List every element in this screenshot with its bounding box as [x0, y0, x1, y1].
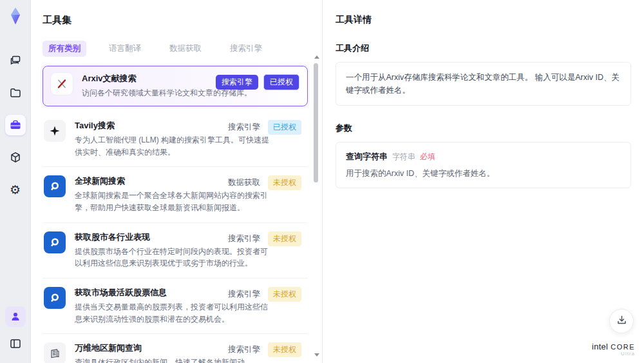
panel-toggle-icon: [9, 337, 22, 350]
sidebar-nav: ⚙: [5, 50, 26, 200]
gear-icon: ⚙: [10, 184, 21, 196]
tool-intro-text: 一个用于从Arxiv存储库搜索科学论文和文章的工具。 输入可以是Arxiv ID…: [336, 62, 631, 106]
core-wordmark: CORE: [611, 343, 635, 351]
sidebar-item-chat[interactable]: [5, 50, 26, 71]
search-logo-icon: [44, 287, 66, 309]
tool-description: 提供当天交易量最高的股票列表，投资者可以利用这些信息来识别流动性强的股票和潜在的…: [75, 301, 271, 325]
scrollbar-thumb[interactable]: [314, 63, 318, 182]
search-logo-icon: [44, 175, 66, 197]
param-description: 用于搜索的Arxiv ID、关键字或作者姓名。: [346, 168, 621, 179]
status-badge: 未授权: [268, 231, 301, 246]
tab-search-engine[interactable]: 搜索引擎: [224, 41, 268, 57]
tool-row-global-news[interactable]: 全球新闻搜索 全球新闻搜索是一个聚合全球各大新闻网站内容的搜索引擎，帮助用户快速…: [43, 167, 308, 222]
tab-language-translation[interactable]: 语言翻译: [103, 41, 147, 57]
category-label: 搜索引擎: [228, 289, 260, 300]
category-label: 搜索引擎: [228, 233, 260, 244]
sidebar-item-account[interactable]: [5, 306, 26, 327]
tool-description: 查询具体行政区划内的新闻，快速了解各地新闻动: [75, 357, 271, 363]
tool-row-regional-news[interactable]: 万维地区新闻查询 查询具体行政区划内的新闻，快速了解各地新闻动 搜索引擎 未授权: [43, 334, 308, 363]
status-badge: 已授权: [263, 74, 299, 90]
app-window: ⚙: [0, 0, 644, 363]
app-logo-icon: [6, 6, 25, 26]
arxiv-chi-icon: [51, 73, 73, 95]
tool-detail-panel: 工具详情 工具介绍 一个用于从Arxiv存储库搜索科学论文和文章的工具。 输入可…: [322, 0, 644, 363]
param-type: 字符串: [392, 152, 415, 162]
status-badge: 未授权: [268, 342, 301, 357]
param-card: 查询字符串 字符串 必填 用于搜索的Arxiv ID、关键字或作者姓名。: [336, 142, 631, 188]
tool-list: Arxiv文献搜索 访问各个研究领域大量科学论文和文章的存储库。 搜索引擎 已授…: [43, 66, 308, 363]
download-icon: [616, 315, 627, 328]
search-logo-icon: [44, 231, 66, 253]
tab-all-categories[interactable]: 所有类别: [43, 41, 86, 57]
category-label: 搜索引擎: [228, 122, 260, 133]
tool-row-arxiv[interactable]: Arxiv文献搜索 访问各个研究领域大量科学论文和文章的存储库。 搜索引擎 已授…: [43, 66, 308, 106]
intel-wordmark: intel: [592, 342, 608, 351]
ultra-wordmark: Ultra: [592, 351, 635, 357]
category-tabs: 所有类别 语言翻译 数据获取 搜索引擎: [43, 41, 322, 57]
sidebar-item-tools[interactable]: [5, 115, 26, 135]
user-icon: [10, 311, 21, 322]
sidebar-item-files[interactable]: [5, 83, 26, 103]
tool-row-active-stocks[interactable]: 获取市场最活跃股票信息 提供当天交易量最高的股票列表，投资者可以利用这些信息来识…: [43, 279, 308, 334]
tool-description: 全球新闻搜索是一个聚合全球各大新闻网站内容的搜索引擎，帮助用户快速获取全球最新资…: [75, 190, 271, 213]
sidebar-item-models[interactable]: [5, 147, 26, 168]
category-label: 搜索引擎: [228, 344, 260, 355]
detail-title: 工具详情: [336, 14, 631, 26]
sidebar-item-settings[interactable]: ⚙: [5, 179, 26, 200]
toolbox-icon: [9, 119, 22, 132]
scrollbar-up-arrow[interactable]: [314, 55, 319, 59]
list-scrollbar: [313, 55, 319, 357]
intro-heading: 工具介绍: [336, 43, 631, 54]
chat-icon: [9, 54, 22, 67]
main-content: 工具集 所有类别 语言翻译 数据获取 搜索引擎 A: [31, 0, 644, 363]
tool-row-tavily[interactable]: Tavily搜索 专为人工智能代理 (LLM) 构建的搜索引擎工具。可快速提供实…: [43, 112, 308, 167]
sidebar-bottom: [5, 306, 26, 354]
status-badge: 已授权: [268, 120, 301, 135]
cube-icon: [9, 151, 22, 164]
tool-description: 提供股票市场各个行业在特定时间段内的表现。投资者可以利用这些信息来识别表现优于或…: [75, 246, 271, 270]
tool-row-stock-sectors[interactable]: 获取股市各行业表现 提供股票市场各个行业在特定时间段内的表现。投资者可以利用这些…: [43, 223, 308, 279]
param-name: 查询字符串: [346, 151, 388, 162]
folder-icon: [9, 86, 22, 99]
status-badge: 未授权: [268, 287, 301, 302]
scrollbar-down-arrow[interactable]: [314, 353, 319, 357]
sparkle-star-icon: [44, 120, 66, 142]
sidebar: ⚙: [0, 0, 31, 363]
sidebar-item-panel-toggle[interactable]: [5, 333, 26, 354]
category-badge: 搜索引擎: [216, 75, 258, 90]
tab-data-fetching[interactable]: 数据获取: [164, 41, 207, 57]
param-required-badge: 必填: [420, 152, 435, 162]
intel-core-logo: intel CORE Ultra: [592, 342, 635, 357]
tool-list-panel: 工具集 所有类别 语言翻译 数据获取 搜索引擎 A: [31, 0, 322, 363]
status-badge: 未授权: [268, 175, 301, 190]
tool-description: 专为人工智能代理 (LLM) 构建的搜索引擎工具。可快速提供实时、准确和真实的结…: [75, 134, 271, 158]
download-button[interactable]: [609, 309, 634, 333]
category-label: 数据获取: [228, 177, 260, 188]
newspaper-icon: [44, 342, 66, 363]
page-title: 工具集: [43, 14, 322, 26]
params-heading: 参数: [336, 123, 631, 134]
